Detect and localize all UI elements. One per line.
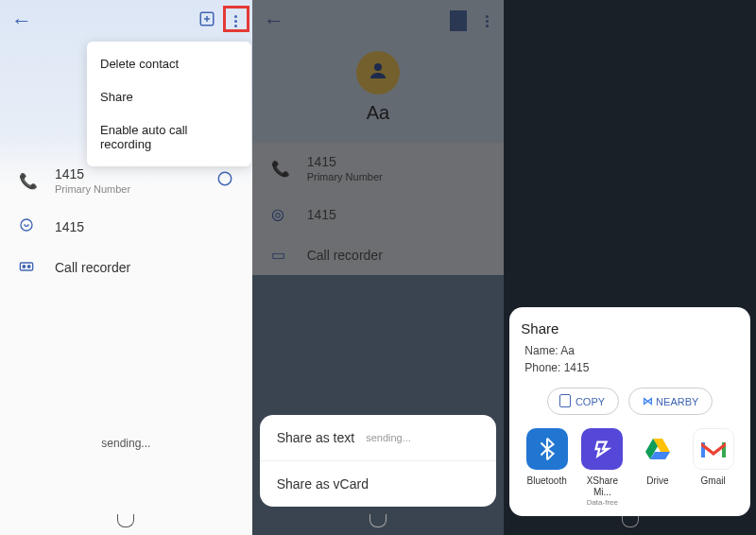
- nav-bar: [252, 514, 505, 527]
- phone-icon: 📞: [19, 172, 38, 190]
- panel-share-as-sheet: ← Aa 📞 1415 Primary Number: [252, 0, 505, 535]
- person-icon: [367, 60, 389, 87]
- dropdown-menu: Delete contact Share Enable auto call re…: [87, 42, 251, 166]
- contact-details: 📞 1415 Primary Number ◎ 1415 ▭ Call reco…: [252, 143, 505, 275]
- edit-icon: [450, 10, 467, 31]
- menu-enable-auto-recording[interactable]: Enable auto call recording: [87, 113, 251, 161]
- whatsapp-icon: ◎: [271, 205, 290, 223]
- avatar: [356, 51, 400, 95]
- contact-name: Aa: [252, 102, 505, 124]
- phone-label: Primary Number: [55, 183, 216, 195]
- gmail-icon: [693, 428, 734, 470]
- nav-back-icon[interactable]: [369, 514, 387, 527]
- more-menu-icon: [482, 11, 492, 31]
- phone-icon: 📞: [271, 160, 290, 178]
- svg-point-5: [27, 266, 30, 268]
- svg-point-7: [374, 63, 382, 71]
- phone-row: 📞 1415 Primary Number: [252, 143, 505, 194]
- back-arrow-icon[interactable]: ←: [11, 9, 32, 33]
- system-share-sheet: Share Name: Aa Phone: 1415 COPY ⋈ NEARBY…: [509, 307, 750, 516]
- menu-share[interactable]: Share: [87, 80, 251, 113]
- share-title: Share: [521, 320, 739, 337]
- nearby-icon: ⋈: [643, 395, 651, 407]
- sending-toast: sending...: [0, 437, 252, 450]
- phone-number: 1415: [55, 166, 216, 181]
- recorder-icon: [19, 259, 38, 276]
- drive-icon: [637, 428, 679, 470]
- share-as-text[interactable]: Share as text sending...: [260, 415, 497, 461]
- back-arrow-icon[interactable]: ←: [264, 9, 284, 33]
- panel-system-share: Share Name: Aa Phone: 1415 COPY ⋈ NEARBY…: [504, 0, 756, 535]
- app-bluetooth[interactable]: Bluetooth: [521, 428, 573, 507]
- app-drive[interactable]: Drive: [632, 428, 684, 507]
- whatsapp-number: 1415: [55, 219, 233, 234]
- contact-header: Aa: [252, 42, 505, 143]
- svg-point-2: [21, 219, 32, 231]
- nearby-button[interactable]: ⋈ NEARBY: [628, 388, 713, 415]
- xshare-icon: [581, 428, 623, 470]
- menu-delete-contact[interactable]: Delete contact: [87, 47, 251, 80]
- whatsapp-icon: [19, 217, 38, 236]
- svg-rect-6: [453, 12, 466, 26]
- share-quick-actions: COPY ⋈ NEARBY: [521, 388, 739, 415]
- contact-details: 📞 1415 Primary Number 1415 Call recorder: [0, 155, 252, 287]
- nav-bar: [504, 514, 756, 527]
- recorder-row[interactable]: Call recorder: [0, 248, 252, 287]
- bluetooth-icon: [526, 428, 568, 470]
- share-app-grid: Bluetooth XShare Mi... Data-free Drive: [521, 428, 739, 507]
- header: ←: [0, 0, 252, 42]
- svg-point-1: [218, 172, 232, 185]
- panel-contact-dropdown: ← Delete contact Share Enable auto call …: [0, 0, 252, 535]
- nav-bar: [0, 514, 252, 527]
- recorder-row: ▭ Call recorder: [252, 234, 505, 275]
- message-icon[interactable]: [216, 170, 233, 191]
- share-format-sheet: Share as text sending... Share as vCard: [260, 415, 497, 507]
- recorder-label: Call recorder: [55, 260, 233, 275]
- copy-button[interactable]: COPY: [547, 388, 619, 415]
- nav-back-icon[interactable]: [622, 514, 639, 527]
- svg-point-4: [23, 266, 26, 268]
- copy-icon: [561, 396, 571, 407]
- share-content-preview: Name: Aa Phone: 1415: [521, 342, 739, 376]
- whatsapp-row: ◎ 1415: [252, 194, 505, 234]
- app-gmail[interactable]: Gmail: [687, 428, 739, 507]
- header: ←: [252, 0, 505, 42]
- recorder-icon: ▭: [271, 246, 290, 264]
- nav-back-icon[interactable]: [117, 514, 134, 527]
- edit-icon[interactable]: [198, 10, 215, 31]
- app-xshare[interactable]: XShare Mi... Data-free: [576, 428, 628, 507]
- share-as-vcard[interactable]: Share as vCard: [260, 461, 497, 507]
- whatsapp-row[interactable]: 1415: [0, 206, 252, 248]
- more-menu-icon[interactable]: [231, 11, 241, 31]
